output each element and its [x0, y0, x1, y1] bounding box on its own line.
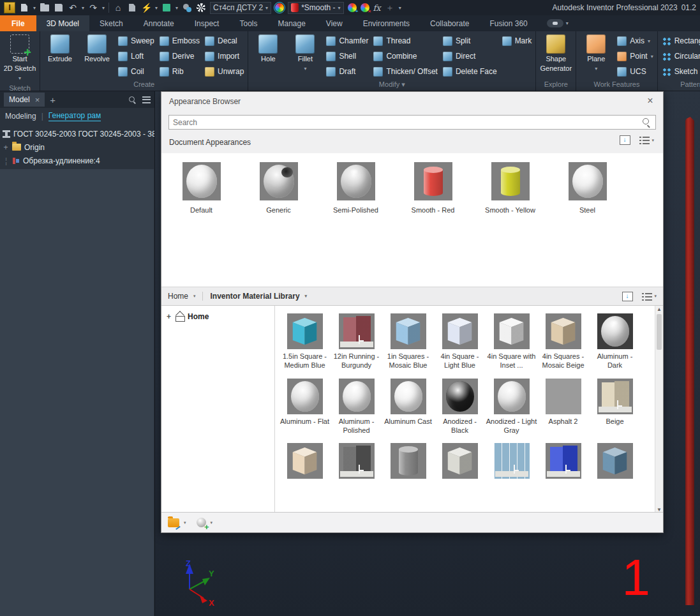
subtab-modeling[interactable]: Modeling — [5, 112, 36, 121]
material-thumbnail[interactable] — [494, 443, 530, 479]
import-button[interactable]: Import — [203, 49, 246, 64]
redo-caret[interactable]: ▾ — [102, 5, 105, 11]
material-thumbnail[interactable] — [597, 313, 633, 349]
start-caret[interactable]: ▾ — [19, 74, 21, 82]
appearance-swatch-generic[interactable]: Generic — [240, 162, 317, 287]
view-style-icon[interactable] — [639, 136, 650, 144]
search-input[interactable] — [169, 118, 642, 127]
axis-button[interactable]: Axis▾ — [615, 33, 655, 49]
appearance-swatch-smooth-red[interactable]: Smooth - Red — [394, 162, 472, 287]
derive-button[interactable]: Derive — [158, 49, 202, 64]
material-swatch[interactable] — [331, 443, 382, 481]
window-select-caret[interactable]: ▾ — [175, 5, 178, 11]
panel-footer-create[interactable]: Create — [40, 80, 248, 91]
thicken-offset-button[interactable]: Thicken/ Offset — [371, 64, 439, 79]
material-swatch-aluminum-polished[interactable]: Aluminum - Polished — [331, 379, 382, 435]
material-thumbnail[interactable] — [546, 313, 581, 349]
material-thumbnail[interactable] — [287, 379, 323, 414]
chamfer-button[interactable]: Chamfer — [324, 33, 370, 49]
material-thumbnail[interactable] — [391, 443, 426, 479]
hole-button[interactable]: Hole — [250, 33, 286, 64]
material-thumbnail[interactable] — [287, 443, 323, 479]
library-tree-home[interactable]: + Home — [167, 312, 274, 321]
material-swatch[interactable] — [434, 443, 486, 481]
material-combo[interactable]: Ст4сп ДСТУ 2 ▾ — [210, 2, 271, 14]
create-appearance-button[interactable]: ▾ — [197, 518, 213, 527]
material-swatch[interactable] — [382, 443, 434, 481]
quick-command-icon[interactable]: ⚡ — [141, 3, 151, 13]
display-toggle-icon[interactable] — [620, 135, 630, 145]
panel-footer-work-features[interactable]: Work Features — [576, 80, 657, 91]
material-thumbnail[interactable] — [391, 379, 426, 414]
tab-file[interactable]: File — [0, 15, 36, 31]
appearance-thumbnail[interactable] — [491, 162, 530, 200]
fillet-caret[interactable]: ▾ — [304, 64, 306, 73]
sketch-driven-button[interactable]: Sketch Driven — [660, 64, 700, 79]
component-icon[interactable] — [182, 3, 192, 13]
plane-caret[interactable]: ▾ — [595, 64, 597, 73]
material-swatch-4in-squares-mosaic-beige[interactable]: 4in Squares - Mosaic Beige — [537, 313, 589, 370]
library-view-style-icon[interactable] — [642, 292, 652, 301]
start-2d-sketch-button[interactable]: Start2D Sketch▾ — [2, 33, 38, 84]
ucs-button[interactable]: UCS — [615, 64, 655, 79]
tab-sketch[interactable]: Sketch — [89, 15, 133, 31]
coil-button[interactable]: Coil — [116, 64, 156, 79]
scrollbar-up-icon[interactable]: ▲ — [655, 306, 663, 312]
dialog-close-icon[interactable]: × — [644, 95, 657, 107]
material-swatch[interactable] — [279, 443, 331, 481]
material-thumbnail[interactable] — [339, 313, 375, 349]
save-icon[interactable] — [54, 3, 64, 13]
material-thumbnail[interactable] — [494, 379, 530, 414]
direct-button[interactable]: Direct — [441, 49, 499, 64]
appearance-swatch-default[interactable]: Default — [163, 162, 240, 287]
tab-collaborate[interactable]: Collaborate — [420, 15, 479, 31]
rectangular-button[interactable]: Rectangular — [660, 33, 700, 49]
combine-button[interactable]: Combine — [371, 49, 439, 64]
panel-footer-pattern[interactable]: Pattern — [658, 80, 700, 91]
material-thumbnail[interactable] — [546, 379, 581, 414]
redo-icon[interactable]: ↷ — [88, 3, 98, 13]
material-swatch-4in-square-light-blue[interactable]: 4in Square - Light Blue — [434, 313, 486, 370]
add-command-icon[interactable]: ＋ — [385, 3, 395, 13]
appearance-thumbnail[interactable] — [260, 162, 298, 200]
tab-fusion-360[interactable]: Fusion 360 — [479, 15, 537, 31]
material-swatch[interactable] — [589, 443, 641, 481]
ui-switch-caret[interactable]: ▾ — [566, 20, 569, 26]
material-thumbnail[interactable] — [442, 313, 478, 349]
material-swatch-anodized-black[interactable]: Anodized - Black — [434, 379, 486, 435]
library-tree-toggle-icon[interactable] — [622, 292, 633, 301]
appearance-swatch-semi-polished[interactable]: Semi-Polished — [317, 162, 394, 287]
quick-command-caret[interactable]: ▾ — [155, 5, 158, 11]
appearance-thumbnail[interactable] — [182, 162, 221, 200]
plane-button[interactable]: Plane▾ — [578, 33, 614, 74]
tree-expander[interactable]: + — [167, 312, 172, 321]
tab-model-close-icon[interactable]: × — [35, 95, 40, 105]
material-thumbnail[interactable] — [339, 443, 375, 479]
shape-generator-button[interactable]: ShapeGenerator — [538, 33, 574, 74]
fillet-button[interactable]: Fillet▾ — [287, 33, 323, 74]
ui-switch-icon[interactable] — [547, 19, 563, 27]
material-swatch-1-5in-square-medium-blue[interactable]: 1.5in Square - Medium Blue — [279, 313, 331, 370]
appearance-thumbnail[interactable] — [414, 162, 452, 200]
library-name-dropdown[interactable]: Inventor Material Library ▾ — [203, 292, 315, 301]
material-thumbnail[interactable] — [494, 313, 530, 349]
mark-button[interactable]: Mark — [500, 33, 534, 49]
appearance-thumbnail[interactable] — [337, 162, 375, 200]
red-beam-model[interactable] — [685, 117, 694, 605]
return-icon[interactable] — [127, 3, 137, 13]
material-thumbnail[interactable] — [442, 443, 478, 479]
tree-item[interactable]: +Origin — [3, 140, 154, 154]
extrude-button[interactable]: Extrude — [42, 33, 78, 64]
panel-footer-explore[interactable]: Explore — [536, 80, 576, 91]
tree-item[interactable]: ГОСТ 30245-2003 ГОСТ 30245-2003 - 3835 — [3, 127, 154, 140]
material-swatch-12in-running-burgundy[interactable]: 12in Running - Burgundy — [331, 313, 382, 370]
tree-item[interactable]: ¦Обрезка-удлинение:4 — [3, 154, 154, 167]
material-thumbnail[interactable] — [597, 443, 633, 479]
home-icon[interactable]: ⌂ — [113, 3, 123, 13]
unwrap-button[interactable]: Unwrap — [203, 64, 246, 79]
library-home-dropdown[interactable]: Home ▾ — [168, 292, 203, 301]
new-dropdown-caret[interactable]: ▾ — [33, 5, 36, 11]
browser-menu-icon[interactable] — [142, 96, 151, 103]
subtab-frame-generator[interactable]: Генератор рам — [48, 111, 101, 121]
shell-button[interactable]: Shell — [324, 49, 370, 64]
